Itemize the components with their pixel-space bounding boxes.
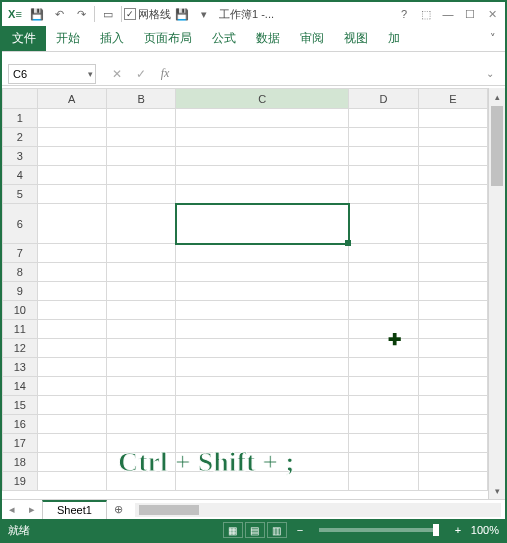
cell-C19[interactable]: [176, 472, 349, 491]
cell-E7[interactable]: [418, 244, 487, 263]
save-icon-2[interactable]: 💾: [171, 3, 193, 25]
row-header-11[interactable]: 11: [3, 320, 38, 339]
row-header-4[interactable]: 4: [3, 166, 38, 185]
hscroll-thumb[interactable]: [139, 505, 199, 515]
row-header-16[interactable]: 16: [3, 415, 38, 434]
cell-B11[interactable]: [106, 320, 175, 339]
cell-E19[interactable]: [418, 472, 487, 491]
cell-B13[interactable]: [106, 358, 175, 377]
cell-E16[interactable]: [418, 415, 487, 434]
cell-A17[interactable]: [37, 434, 106, 453]
tab-page-layout[interactable]: 页面布局: [134, 26, 202, 51]
cell-C12[interactable]: [176, 339, 349, 358]
cell-C4[interactable]: [176, 166, 349, 185]
column-header-D[interactable]: D: [349, 89, 418, 109]
row-header-8[interactable]: 8: [3, 263, 38, 282]
cell-C17[interactable]: [176, 434, 349, 453]
cell-E8[interactable]: [418, 263, 487, 282]
cell-E14[interactable]: [418, 377, 487, 396]
cell-D12[interactable]: [349, 339, 418, 358]
cell-B16[interactable]: [106, 415, 175, 434]
cell-D9[interactable]: [349, 282, 418, 301]
cell-B5[interactable]: [106, 185, 175, 204]
row-header-10[interactable]: 10: [3, 301, 38, 320]
cell-D18[interactable]: [349, 453, 418, 472]
cell-D16[interactable]: [349, 415, 418, 434]
zoom-out-icon[interactable]: −: [293, 524, 307, 536]
formula-expand-icon[interactable]: ⌄: [481, 68, 499, 79]
row-header-6[interactable]: 6: [3, 204, 38, 244]
cell-B4[interactable]: [106, 166, 175, 185]
column-header-A[interactable]: A: [37, 89, 106, 109]
cell-E1[interactable]: [418, 109, 487, 128]
cell-E12[interactable]: [418, 339, 487, 358]
cell-C11[interactable]: [176, 320, 349, 339]
cell-D13[interactable]: [349, 358, 418, 377]
cell-E11[interactable]: [418, 320, 487, 339]
view-page-break-icon[interactable]: ▥: [267, 522, 287, 538]
tab-home[interactable]: 开始: [46, 26, 90, 51]
scroll-up-icon[interactable]: ▴: [489, 88, 505, 105]
tab-file[interactable]: 文件: [2, 26, 46, 51]
cell-E13[interactable]: [418, 358, 487, 377]
close-icon[interactable]: ✕: [481, 3, 503, 25]
save-icon[interactable]: 💾: [26, 3, 48, 25]
cell-A3[interactable]: [37, 147, 106, 166]
cell-C1[interactable]: [176, 109, 349, 128]
zoom-level[interactable]: 100%: [471, 524, 499, 536]
layout-icon[interactable]: ▭: [97, 3, 119, 25]
cell-B12[interactable]: [106, 339, 175, 358]
tab-addins[interactable]: 加: [378, 26, 410, 51]
cell-D15[interactable]: [349, 396, 418, 415]
cell-C13[interactable]: [176, 358, 349, 377]
cell-A11[interactable]: [37, 320, 106, 339]
cell-A19[interactable]: [37, 472, 106, 491]
cell-C7[interactable]: [176, 244, 349, 263]
cell-D4[interactable]: [349, 166, 418, 185]
fx-icon[interactable]: fx: [154, 64, 176, 84]
cell-B2[interactable]: [106, 128, 175, 147]
name-box-dropdown-icon[interactable]: ▾: [88, 69, 93, 79]
row-header-17[interactable]: 17: [3, 434, 38, 453]
cell-D14[interactable]: [349, 377, 418, 396]
column-header-B[interactable]: B: [106, 89, 175, 109]
cell-A13[interactable]: [37, 358, 106, 377]
cell-A10[interactable]: [37, 301, 106, 320]
view-normal-icon[interactable]: ▦: [223, 522, 243, 538]
cell-B8[interactable]: [106, 263, 175, 282]
cell-A8[interactable]: [37, 263, 106, 282]
cell-C5[interactable]: [176, 185, 349, 204]
cell-A15[interactable]: [37, 396, 106, 415]
cell-E17[interactable]: [418, 434, 487, 453]
cell-E15[interactable]: [418, 396, 487, 415]
row-header-14[interactable]: 14: [3, 377, 38, 396]
row-header-7[interactable]: 7: [3, 244, 38, 263]
cell-D19[interactable]: [349, 472, 418, 491]
help-icon[interactable]: ?: [393, 3, 415, 25]
row-header-1[interactable]: 1: [3, 109, 38, 128]
cell-C9[interactable]: [176, 282, 349, 301]
cell-D7[interactable]: [349, 244, 418, 263]
vertical-scrollbar[interactable]: ▴ ▾: [488, 88, 505, 499]
row-header-3[interactable]: 3: [3, 147, 38, 166]
maximize-icon[interactable]: ☐: [459, 3, 481, 25]
column-header-C[interactable]: C: [176, 89, 349, 109]
cell-D8[interactable]: [349, 263, 418, 282]
horizontal-scrollbar[interactable]: [135, 503, 501, 517]
cell-B15[interactable]: [106, 396, 175, 415]
cell-A9[interactable]: [37, 282, 106, 301]
cell-B17[interactable]: [106, 434, 175, 453]
cell-A14[interactable]: [37, 377, 106, 396]
cell-B14[interactable]: [106, 377, 175, 396]
cell-C18[interactable]: [176, 453, 349, 472]
zoom-slider[interactable]: [319, 528, 439, 532]
name-box[interactable]: C6 ▾: [8, 64, 96, 84]
tab-insert[interactable]: 插入: [90, 26, 134, 51]
cell-D1[interactable]: [349, 109, 418, 128]
cell-E5[interactable]: [418, 185, 487, 204]
view-page-layout-icon[interactable]: ▤: [245, 522, 265, 538]
row-header-5[interactable]: 5: [3, 185, 38, 204]
row-header-18[interactable]: 18: [3, 453, 38, 472]
tab-review[interactable]: 审阅: [290, 26, 334, 51]
cell-D17[interactable]: [349, 434, 418, 453]
